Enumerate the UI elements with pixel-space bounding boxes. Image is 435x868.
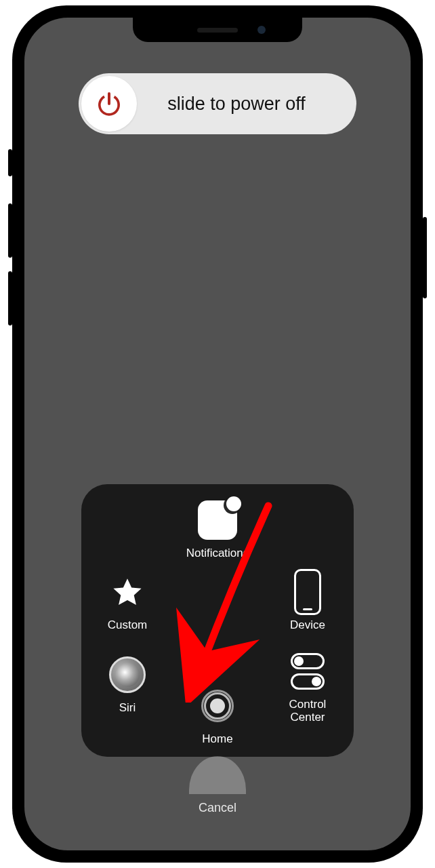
slide-to-power-off-label: slide to power off bbox=[137, 94, 356, 115]
control-center-label: Control Center bbox=[289, 698, 327, 724]
assistivetouch-notifications[interactable]: Notifications bbox=[177, 499, 258, 560]
power-off-knob[interactable] bbox=[81, 76, 137, 132]
siri-label: Siri bbox=[119, 701, 136, 715]
assistivetouch-siri[interactable]: Siri bbox=[87, 654, 168, 715]
home-icon bbox=[196, 685, 239, 727]
side-power-button bbox=[423, 217, 427, 298]
device-label: Device bbox=[290, 618, 325, 632]
notifications-icon bbox=[196, 499, 239, 541]
earpiece-speaker bbox=[197, 28, 238, 33]
assistivetouch-home[interactable]: Home bbox=[177, 685, 258, 746]
assistivetouch-control-center[interactable]: Control Center bbox=[267, 650, 348, 724]
front-camera bbox=[257, 26, 266, 34]
slide-to-power-off[interactable]: slide to power off bbox=[79, 73, 356, 134]
assistivetouch-menu: Notifications Custom Device Siri bbox=[81, 484, 354, 757]
assistivetouch-custom[interactable]: Custom bbox=[87, 571, 168, 632]
power-icon bbox=[96, 90, 123, 117]
iphone-frame: slide to power off Notifications Custom bbox=[12, 5, 423, 863]
custom-label: Custom bbox=[108, 618, 148, 632]
notch bbox=[133, 18, 302, 42]
screen: slide to power off Notifications Custom bbox=[24, 18, 411, 850]
notifications-label: Notifications bbox=[186, 547, 249, 560]
control-center-icon bbox=[289, 650, 327, 692]
cancel-label: Cancel bbox=[199, 801, 236, 815]
device-icon bbox=[287, 571, 329, 613]
siri-icon bbox=[106, 654, 148, 696]
home-label: Home bbox=[202, 732, 232, 746]
star-icon bbox=[106, 571, 148, 613]
cancel-pill-icon bbox=[189, 756, 246, 794]
assistivetouch-device[interactable]: Device bbox=[267, 571, 348, 632]
cancel-button[interactable]: Cancel bbox=[189, 756, 246, 815]
